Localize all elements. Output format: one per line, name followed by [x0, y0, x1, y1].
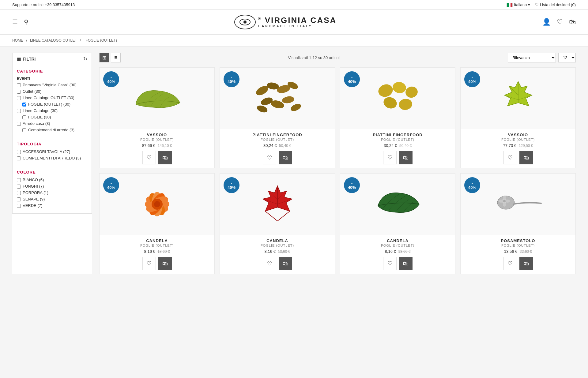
menu-icon[interactable]: ☰	[12, 18, 18, 26]
checkbox-linee[interactable]	[17, 109, 21, 113]
checkbox-arredo[interactable]	[17, 122, 21, 126]
search-icon[interactable]: ⚲	[24, 18, 28, 26]
product-image	[253, 80, 302, 117]
filter-item: BIANCO (6)	[17, 178, 87, 182]
product-price: 8,16 € 13,60 €	[224, 249, 331, 254]
label-accessori[interactable]: ACCESSORI TAVOLA (27)	[23, 149, 70, 154]
price-old: 146,10 €	[158, 144, 172, 148]
checkbox-bianco[interactable]	[17, 178, 21, 182]
label-foglie-outlet[interactable]: FOGLIE (OUTLET) (30)	[28, 102, 70, 107]
breadcrumb-catalog[interactable]: LINEE CATALOGO OUTLET	[30, 38, 77, 43]
add-to-cart-button[interactable]: 🛍	[158, 257, 172, 270]
wishlist-button[interactable]: ♡	[503, 151, 517, 164]
label-outlet[interactable]: Outlet (30)	[23, 89, 41, 94]
breadcrumb: HOME / LINEE CATALOGO OUTLET / FOGLIE (O…	[0, 35, 588, 47]
label-linee[interactable]: Linee Catalogo (30)	[23, 108, 58, 113]
checkbox-porpora[interactable]	[17, 191, 21, 195]
logo-area[interactable]: ® VIRGINIA CASA HANDMADE IN ITALY	[234, 15, 337, 29]
price-old: 50,40 €	[399, 144, 412, 148]
checkbox-complementi-arredo[interactable]	[17, 156, 21, 160]
price-current: 13,56 €	[504, 249, 517, 254]
label-verde[interactable]: VERDE (7)	[23, 203, 42, 208]
svg-point-22	[154, 201, 160, 207]
checkbox-funghi[interactable]	[17, 185, 21, 189]
add-to-cart-button[interactable]: 🛍	[519, 257, 533, 270]
product-image-wrap: - 40%	[461, 174, 575, 235]
checkbox-outlet[interactable]	[17, 90, 21, 94]
product-image	[137, 184, 177, 224]
add-to-cart-button[interactable]: 🛍	[399, 257, 413, 270]
label-porpora[interactable]: PORPORA (1)	[23, 190, 48, 195]
per-page-select[interactable]: 12 24 48	[558, 53, 576, 62]
checkbox-complementi[interactable]	[22, 128, 26, 132]
filter-item: COMPLEMENTI DI ARREDO (3)	[17, 156, 87, 160]
wishlist-button[interactable]: ♡	[263, 257, 276, 270]
colore-title: COLORE	[17, 170, 87, 174]
label-complementi[interactable]: Complementi di arredo (3)	[28, 128, 74, 132]
wishlist-button[interactable]: ♡	[383, 257, 397, 270]
checkbox-foglie-outlet[interactable]	[22, 103, 26, 107]
add-to-cart-button[interactable]: 🛍	[158, 151, 172, 164]
wishlist-button[interactable]: ♡	[142, 151, 156, 164]
tipologia-title: TIPOLOGIA	[17, 142, 87, 146]
discount-badge: - 40%	[224, 71, 239, 87]
grid-view-button[interactable]: ⊞	[99, 53, 109, 62]
breadcrumb-home[interactable]: HOME	[12, 38, 23, 43]
add-to-cart-button[interactable]: 🛍	[399, 151, 413, 164]
language-selector[interactable]: Italiano ▾	[507, 2, 530, 7]
header-right: 👤 ♡ 🛍	[542, 18, 576, 26]
wishlist-button[interactable]: ♡	[383, 151, 397, 164]
price-old: 13,60 €	[278, 249, 290, 254]
label-linee-outlet[interactable]: Linee Catalogo OUTLET (30)	[23, 95, 74, 100]
sort-select[interactable]: Rilevanza Prezzo crescente Prezzo decres…	[508, 53, 556, 62]
label-complementi-arredo[interactable]: COMPLEMENTI DI ARREDO (3)	[23, 156, 81, 160]
checkbox-senape[interactable]	[17, 197, 21, 201]
wishlist-icon[interactable]: ♡	[557, 18, 563, 26]
filter-reset-button[interactable]: ↻	[83, 56, 87, 62]
wishlist-button[interactable]: ♡	[142, 257, 156, 270]
product-info-bottom: PIATTINI FINGERFOOD FOGLIE (OUTLET) 30,2…	[340, 129, 455, 168]
discount-minus: -	[351, 75, 353, 80]
checkbox-foglie[interactable]	[22, 115, 26, 119]
brand-name: ® VIRGINIA CASA	[258, 16, 337, 24]
checkbox-primavera[interactable]	[17, 83, 21, 87]
add-to-cart-button[interactable]: 🛍	[279, 257, 292, 270]
product-price: 30,24 € 50,40 €	[344, 143, 451, 148]
product-card: - 40% PIATTINI FINGERFOOD FOGLIE (OUTLET…	[340, 67, 455, 168]
breadcrumb-sep1: /	[26, 38, 27, 43]
product-actions: ♡ 🛍	[103, 151, 211, 164]
discount-badge: - 40%	[103, 177, 119, 193]
price-old: 50,40 €	[279, 144, 291, 148]
label-senape[interactable]: SENAPE (9)	[23, 197, 45, 201]
label-arredo[interactable]: Arredo casa (3)	[23, 121, 50, 126]
svg-point-4	[260, 96, 273, 107]
filter-item: Linee Catalogo OUTLET (30)	[17, 95, 87, 100]
discount-badge: - 40%	[103, 71, 119, 87]
product-price: 77,70 € 129,50 €	[464, 143, 572, 148]
discount-minus: -	[472, 181, 473, 185]
label-bianco[interactable]: BIANCO (6)	[23, 178, 44, 182]
label-foglie[interactable]: FOGLIE (30)	[28, 115, 51, 119]
product-info-bottom: POSAMESTOLO FOGLIE (OUTLET) 13,56 € 22,6…	[461, 235, 575, 274]
checkbox-accessori[interactable]	[17, 150, 21, 154]
label-funghi[interactable]: FUNGHI (7)	[23, 184, 44, 189]
product-category: FOGLIE (OUTLET)	[464, 138, 572, 141]
product-image-wrap: - 40%	[220, 68, 335, 129]
add-to-cart-button[interactable]: 🛍	[279, 151, 292, 164]
account-icon[interactable]: 👤	[542, 18, 551, 26]
svg-point-8	[289, 102, 302, 112]
product-category: FOGLIE (OUTLET)	[464, 244, 572, 247]
wishlist-button[interactable]: ♡	[503, 257, 517, 270]
wishlist-link[interactable]: ♡ Lista dei desideri (0)	[535, 2, 576, 7]
list-view-button[interactable]: ≡	[111, 53, 121, 62]
product-image	[373, 190, 422, 218]
checkbox-verde[interactable]	[17, 204, 21, 208]
product-name: CANDELA	[344, 238, 451, 243]
cart-icon[interactable]: 🛍	[569, 18, 576, 26]
wishlist-button[interactable]: ♡	[263, 151, 276, 164]
add-to-cart-button[interactable]: 🛍	[519, 151, 533, 164]
discount-badge: - 40%	[344, 177, 360, 193]
product-name: PIATTINI FINGERFOOD	[224, 133, 331, 137]
label-primavera[interactable]: Primavera "Virginia Casa" (30)	[23, 83, 77, 87]
checkbox-linee-outlet[interactable]	[17, 96, 21, 100]
